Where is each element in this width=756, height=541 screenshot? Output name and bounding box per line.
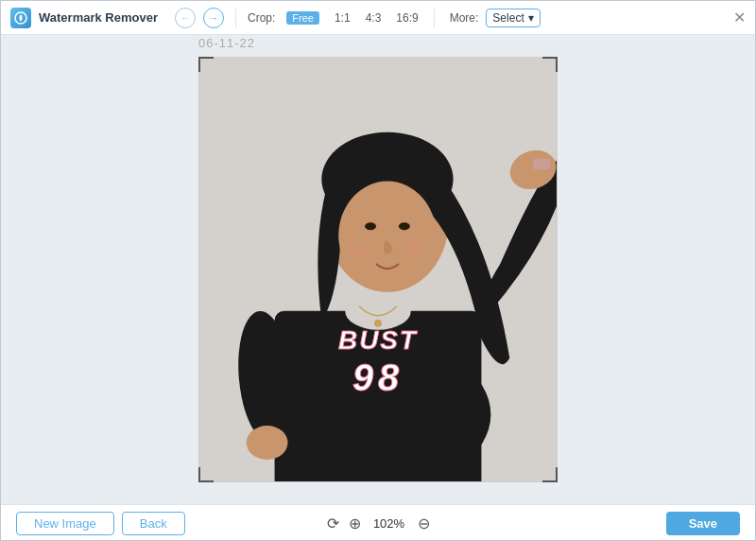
crop-handle-top-left[interactable] — [198, 57, 214, 72]
crop-handle-bottom-left[interactable] — [198, 467, 214, 482]
photo-background: BUST BUST 98 98 — [199, 58, 557, 481]
crop-handle-top-right[interactable] — [542, 57, 558, 72]
toolbar-separator — [235, 9, 236, 27]
zoom-controls: ⟳ ⊕ 102% ⊖ — [327, 515, 430, 532]
person-svg: BUST BUST 98 98 — [199, 56, 557, 481]
main-canvas: ↑ ⇒ 06-11-22 — [1, 35, 755, 504]
more-label: More: — [450, 11, 479, 25]
crop-4-3-option[interactable]: 4:3 — [366, 11, 382, 25]
crop-16-9-option[interactable]: 16:9 — [396, 11, 418, 25]
select-dropdown-arrow-icon: ▾ — [528, 11, 534, 25]
svg-text:BUST: BUST — [338, 325, 418, 355]
zoom-in-icon[interactable]: ⊕ — [349, 515, 361, 532]
svg-text:98: 98 — [352, 357, 404, 398]
crop-label: Crop: — [248, 11, 275, 25]
back-button[interactable]: Back — [122, 512, 185, 535]
close-button[interactable]: ✕ — [733, 10, 746, 26]
zoom-percent-label: 102% — [370, 516, 408, 531]
app-title: Watermark Remover — [39, 10, 158, 25]
crop-free-badge[interactable]: Free — [286, 11, 319, 25]
svg-point-10 — [399, 222, 410, 230]
svg-point-9 — [365, 222, 376, 230]
svg-point-12 — [403, 242, 425, 257]
crop-handle-bottom-right[interactable] — [542, 467, 558, 482]
zoom-out-icon[interactable]: ⊖ — [418, 515, 430, 532]
svg-point-18 — [374, 320, 382, 327]
nav-back-button[interactable]: ← — [175, 8, 196, 28]
svg-point-8 — [338, 181, 436, 289]
select-dropdown-label: Select — [492, 11, 524, 25]
zoom-reset-icon[interactable]: ⟳ — [327, 515, 339, 532]
new-image-button[interactable]: New Image — [16, 512, 114, 535]
app-logo — [10, 8, 31, 28]
crop-1-1-option[interactable]: 1:1 — [335, 11, 351, 25]
select-dropdown[interactable]: Select ▾ — [486, 9, 540, 27]
image-container: 06-11-22 — [198, 57, 558, 482]
svg-point-11 — [348, 242, 370, 257]
nav-forward-button[interactable]: → — [203, 8, 224, 28]
bottombar: New Image Back ⟳ ⊕ 102% ⊖ Save — [1, 504, 755, 541]
titlebar: Watermark Remover ← → Crop: Free 1:1 4:3… — [1, 1, 755, 35]
date-stamp: 06-11-22 — [198, 36, 255, 50]
svg-rect-19 — [533, 159, 550, 170]
bottom-left-buttons: New Image Back — [16, 512, 185, 535]
save-button[interactable]: Save — [666, 512, 740, 535]
crop-frame: BUST BUST 98 98 — [198, 57, 558, 482]
toolbar-separator-2 — [434, 9, 435, 27]
svg-point-20 — [247, 426, 288, 460]
